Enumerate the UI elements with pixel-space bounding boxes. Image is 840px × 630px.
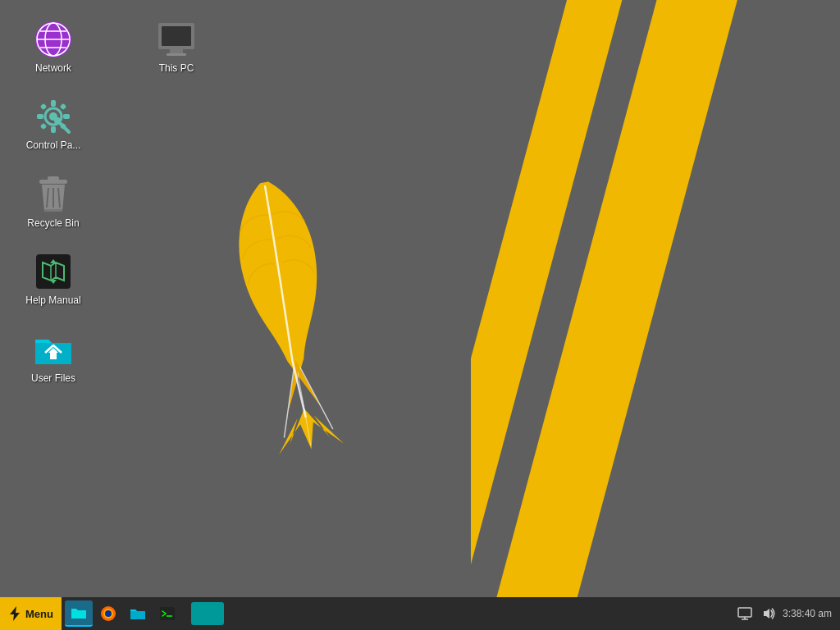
controlpanel-icon[interactable]: Control Pa... (16, 94, 90, 154)
network-icon[interactable]: Network (16, 16, 90, 77)
taskbar-app-firefox[interactable] (94, 600, 122, 627)
helpmanual-icon[interactable]: Help Manual (16, 249, 90, 309)
stripe-2 (491, 0, 757, 630)
svg-rect-11 (63, 114, 70, 119)
svg-rect-13 (60, 103, 66, 110)
controlpanel-label: Control Pa... (26, 139, 81, 151)
network-icon-img (34, 20, 73, 59)
helpmanual-label: Help Manual (25, 294, 80, 306)
desktop: Network This PC (0, 0, 840, 630)
taskbar-app-files[interactable] (65, 600, 93, 627)
network-label: Network (35, 62, 71, 74)
menu-label: Menu (25, 608, 53, 620)
desktop-icons: Network This PC (16, 16, 213, 387)
userfiles-icon-img (34, 330, 73, 369)
start-button[interactable]: Menu (0, 597, 62, 630)
volume-tray-icon[interactable] (760, 605, 776, 622)
svg-rect-9 (51, 126, 56, 133)
thispc-label: This PC (159, 62, 194, 74)
recyclebin-label: Recycle Bin (27, 217, 79, 229)
taskbar-app-terminal[interactable] (153, 600, 181, 627)
taskbar-app-folder[interactable] (124, 600, 152, 627)
taskbar: Menu (0, 597, 840, 630)
display-tray-icon[interactable] (737, 605, 753, 622)
stripe-decoration (471, 0, 840, 630)
recyclebin-icon-img (34, 175, 73, 214)
system-clock[interactable]: 3:38:40 am (783, 608, 832, 619)
thispc-icon[interactable]: This PC (139, 16, 213, 77)
system-tray: 3:38:40 am (737, 605, 840, 622)
svg-rect-12 (40, 103, 47, 110)
taskbar-apps (62, 597, 185, 630)
svg-rect-19 (48, 176, 59, 180)
svg-point-29 (105, 610, 112, 617)
svg-point-17 (54, 117, 61, 124)
helpmanual-icon-img (34, 252, 73, 291)
controlpanel-icon-img (34, 97, 73, 136)
stripe-1 (471, 0, 642, 630)
recyclebin-icon[interactable]: Recycle Bin (16, 171, 90, 232)
userfiles-icon[interactable]: User Files (16, 326, 90, 387)
svg-rect-30 (160, 607, 175, 620)
active-window-button[interactable] (191, 602, 224, 625)
svg-rect-32 (738, 608, 751, 617)
thispc-icon-img (157, 20, 196, 59)
svg-rect-8 (51, 100, 56, 107)
svg-rect-23 (44, 209, 62, 212)
feather-decoration (221, 164, 345, 459)
userfiles-label: User Files (31, 372, 75, 384)
svg-rect-10 (37, 114, 43, 119)
svg-rect-14 (40, 123, 47, 130)
